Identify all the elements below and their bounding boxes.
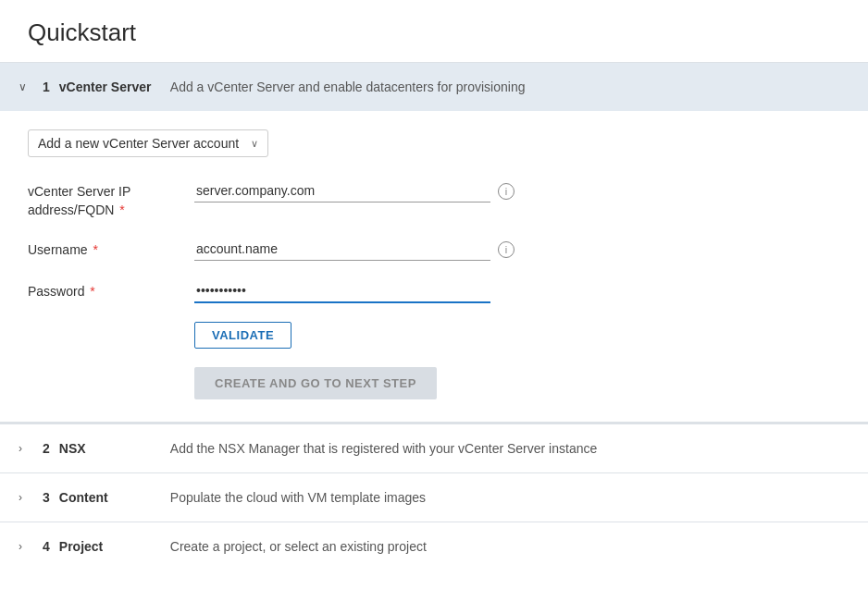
validate-button[interactable]: VALIDATE [194, 322, 291, 349]
step-1-chevron-icon[interactable]: ∨ [19, 80, 33, 93]
step-2-description: Add the NSX Manager that is registered w… [170, 441, 597, 456]
username-field-group: Username * i [28, 238, 840, 261]
ip-info-icon[interactable]: i [498, 183, 515, 200]
step-1-body: Add a new vCenter Server account ∨ vCent… [0, 111, 868, 423]
vcenter-dropdown-wrapper: Add a new vCenter Server account ∨ [28, 129, 840, 157]
step-3-section[interactable]: › 3 Content Populate the cloud with VM t… [0, 472, 868, 522]
username-required-marker: * [90, 242, 98, 257]
step-3-number: 3 [43, 490, 50, 505]
step-4-section[interactable]: › 4 Project Create a project, or select … [0, 522, 868, 571]
password-input-wrapper [194, 279, 490, 303]
ip-field-group: vCenter Server IP address/FQDN * i [28, 179, 840, 219]
username-info-icon[interactable]: i [498, 241, 515, 258]
step-4-name: Project [59, 539, 152, 554]
username-label: Username * [28, 238, 194, 260]
ip-label: vCenter Server IP address/FQDN * [28, 179, 194, 219]
step-4-number: 4 [43, 539, 50, 554]
step-1-name: vCenter Server [59, 80, 152, 94]
step-3-name: Content [59, 490, 152, 505]
dropdown-arrow-icon: ∨ [251, 138, 258, 150]
page-title: Quickstart [0, 0, 868, 62]
step-1-number: 1 [43, 80, 50, 94]
step-3-chevron-icon: › [19, 491, 33, 504]
ip-input-wrapper: i [194, 179, 515, 202]
dropdown-label: Add a new vCenter Server account [38, 136, 239, 151]
validate-btn-wrapper: VALIDATE [28, 322, 840, 367]
password-required-marker: * [86, 284, 94, 299]
username-input[interactable] [194, 238, 490, 261]
step-1-description: Add a vCenter Server and enable datacent… [170, 80, 526, 94]
create-and-next-button[interactable]: CREATE AND GO TO NEXT STEP [194, 367, 437, 399]
step-1-header[interactable]: ∨ 1 vCenter Server Add a vCenter Server … [0, 63, 868, 111]
password-input[interactable] [194, 279, 490, 303]
password-label: Password * [28, 279, 194, 301]
create-btn-wrapper: CREATE AND GO TO NEXT STEP [28, 367, 840, 399]
password-field-group: Password * [28, 279, 840, 303]
step-1-section: ∨ 1 vCenter Server Add a vCenter Server … [0, 62, 868, 423]
ip-required-marker: * [116, 202, 124, 217]
step-2-name: NSX [59, 441, 152, 456]
step-2-section[interactable]: › 2 NSX Add the NSX Manager that is regi… [0, 423, 868, 472]
step-4-description: Create a project, or select an existing … [170, 539, 427, 554]
username-input-wrapper: i [194, 238, 515, 261]
step-3-description: Populate the cloud with VM template imag… [170, 490, 426, 505]
vcenter-account-dropdown[interactable]: Add a new vCenter Server account ∨ [28, 129, 268, 157]
step-4-chevron-icon: › [19, 540, 33, 553]
step-2-number: 2 [43, 441, 50, 456]
ip-input[interactable] [194, 179, 490, 202]
step-2-chevron-icon: › [19, 442, 33, 455]
